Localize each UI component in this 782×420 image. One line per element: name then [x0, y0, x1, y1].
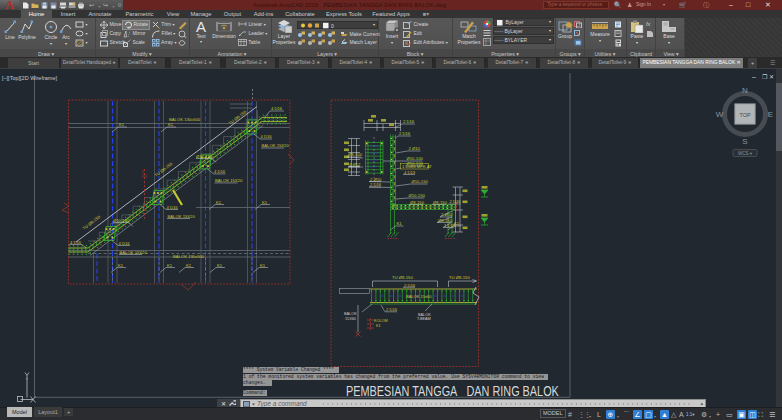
svg-text:Ø10-150: Ø10-150 — [113, 218, 130, 223]
svg-text:2 D16: 2 D16 — [386, 307, 398, 312]
svg-text:4 D16: 4 D16 — [261, 134, 273, 139]
svg-text:Ø8-100: Ø8-100 — [348, 152, 363, 157]
svg-text:K1: K1 — [376, 324, 381, 328]
svg-text:S: S — [742, 137, 747, 146]
svg-text:2 D16: 2 D16 — [370, 182, 382, 187]
svg-text:4 D16: 4 D16 — [214, 169, 226, 174]
svg-text:T.BEAM: T.BEAM — [417, 317, 431, 321]
svg-text:K1: K1 — [119, 122, 125, 127]
svg-text:W: W — [716, 110, 724, 119]
svg-text:K1: K1 — [262, 200, 268, 205]
svg-text:BALOK 15X20: BALOK 15X20 — [262, 143, 290, 148]
svg-text:TU Ø8-150: TU Ø8-150 — [392, 275, 413, 280]
svg-text:K1: K1 — [118, 263, 124, 268]
svg-text:Ø10-150: Ø10-150 — [196, 154, 213, 159]
svg-text:BALOK 15X20: BALOK 15X20 — [120, 250, 148, 255]
svg-text:TOP: TOP — [739, 112, 751, 118]
svg-text:BALOK 15X20: BALOK 15X20 — [168, 214, 196, 219]
svg-text:E: E — [768, 110, 773, 119]
svg-text:4 Ø12: 4 Ø12 — [349, 162, 361, 167]
svg-text:4 D16: 4 D16 — [119, 241, 131, 246]
svg-text:K1: K1 — [167, 263, 173, 268]
svg-text:WCS ▾: WCS ▾ — [738, 151, 753, 156]
svg-text:BALOK: BALOK — [418, 313, 431, 317]
svg-text:2 D16: 2 D16 — [404, 283, 416, 288]
svg-text:TU Ø8-150: TU Ø8-150 — [449, 275, 470, 280]
svg-text:2 D16: 2 D16 — [450, 199, 462, 204]
svg-text:TU Ø8-150: TU Ø8-150 — [82, 214, 102, 231]
svg-text:K1: K1 — [168, 122, 174, 127]
svg-text:KOLOM: KOLOM — [374, 319, 388, 323]
svg-text:Ø10-150: Ø10-150 — [412, 179, 429, 184]
svg-text:BALOK 130x500: BALOK 130x500 — [173, 254, 205, 259]
svg-text:2 Ø10: 2 Ø10 — [409, 146, 421, 151]
svg-text:K1: K1 — [217, 263, 223, 268]
svg-text:K1: K1 — [216, 200, 222, 205]
svg-text:Ø10-150: Ø10-150 — [409, 193, 426, 198]
svg-text:4 D16: 4 D16 — [167, 205, 179, 210]
svg-text:K1: K1 — [397, 221, 403, 226]
svg-text:BALOK: BALOK — [344, 312, 357, 316]
svg-text:15X60: 15X60 — [345, 317, 356, 321]
svg-text:Ø8-150: Ø8-150 — [433, 200, 448, 205]
svg-text:4 D13: 4 D13 — [404, 170, 416, 175]
svg-text:N: N — [742, 86, 748, 95]
svg-text:2 Ø10: 2 Ø10 — [370, 177, 382, 182]
svg-text:BALOK 15X20: BALOK 15X20 — [215, 178, 243, 183]
svg-text:BALOK 130x500: BALOK 130x500 — [169, 117, 201, 122]
svg-text:2 D16: 2 D16 — [399, 131, 411, 136]
svg-text:K1: K1 — [186, 263, 192, 268]
svg-text:4 D16: 4 D16 — [271, 106, 283, 111]
svg-text:2 Ø10: 2 Ø10 — [441, 212, 453, 217]
svg-text:1: 1 — [142, 169, 145, 174]
svg-text:1 D088 MPK AT: 1 D088 MPK AT — [402, 164, 432, 169]
svg-text:Ø8-150: Ø8-150 — [410, 200, 425, 205]
svg-text:K1: K1 — [260, 263, 266, 268]
svg-text:BALOK 15x60: BALOK 15x60 — [406, 294, 432, 299]
svg-text:0: 0 — [331, 22, 334, 28]
svg-text:4 D16: 4 D16 — [70, 240, 82, 245]
svg-text:2 D16: 2 D16 — [403, 119, 415, 124]
